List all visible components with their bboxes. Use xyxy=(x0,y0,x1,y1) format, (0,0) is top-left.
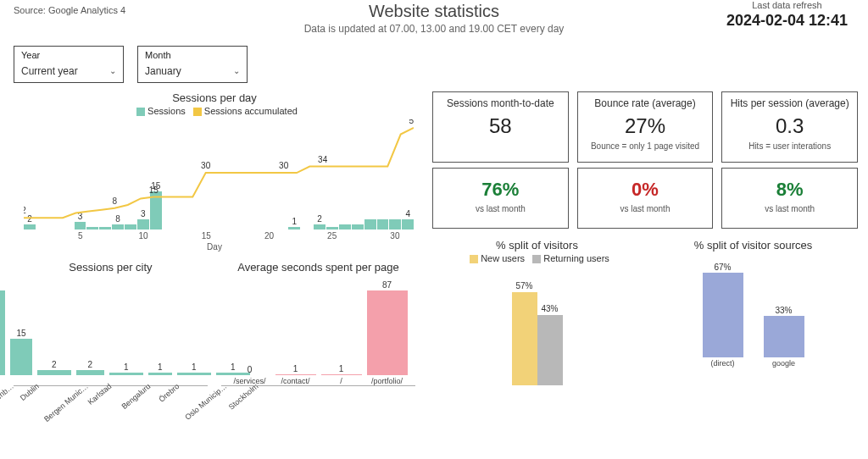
month-slicer[interactable]: Month January ⌄ xyxy=(137,46,248,83)
chart-title: Sessions per day xyxy=(7,91,422,104)
bar-value-label: 33% xyxy=(775,306,792,315)
x-tick xyxy=(401,231,414,241)
kpi-value: 0.3 xyxy=(726,114,854,138)
bar-rect xyxy=(76,370,104,375)
kpi-sub: Bounce = only 1 page visited xyxy=(581,141,709,151)
bar-group: 87/portfolio/ xyxy=(367,280,408,385)
chart-legend: New users Returning users xyxy=(432,253,642,263)
kpi-hits-per-session: Hits per session (average) 0.3 Hits = us… xyxy=(721,91,858,163)
bar-category-label: Gothenb… xyxy=(0,382,15,412)
legend-swatch-returning xyxy=(532,255,541,263)
x-tick xyxy=(301,231,314,241)
kpi-sub: vs last month xyxy=(581,204,709,213)
kpi-row-top: Sessions month-to-date 58 Bounce rate (a… xyxy=(432,91,858,163)
chart-avg-seconds: Average seconds spent per page 0/service… xyxy=(218,256,419,404)
bar-value-label: 15 xyxy=(16,329,25,338)
kpi-sessions-delta: 76% vs last month xyxy=(432,168,569,229)
legend-swatch-new xyxy=(470,255,478,263)
x-tick xyxy=(313,231,326,241)
x-axis-label: Day xyxy=(7,242,422,252)
x-tick xyxy=(149,231,162,241)
bar-category-label: Bengaluru xyxy=(120,382,153,411)
kpi-sub: Hits = user interations xyxy=(726,141,854,151)
bar-value-label: 1 xyxy=(293,364,298,373)
kpi-value: 0% xyxy=(581,179,709,201)
x-tick: 10 xyxy=(137,231,150,241)
legend-label: New users xyxy=(481,253,525,263)
bar-value-label: 1 xyxy=(339,364,344,373)
bar-value-label: 0 xyxy=(248,365,253,374)
bar-rect xyxy=(10,339,32,375)
year-slicer[interactable]: Year Current year ⌄ xyxy=(14,46,124,83)
kpi-sub: vs last month xyxy=(726,204,854,213)
chart-sessions-per-city: Sessions per city 35Gothenb…15Dublin2Ber… xyxy=(10,256,211,404)
bar-rect xyxy=(0,290,5,375)
x-tick xyxy=(213,231,225,241)
x-tick xyxy=(225,231,238,241)
legend-label: Returning users xyxy=(543,253,609,263)
kpi-value: 8% xyxy=(726,179,854,201)
x-tick xyxy=(376,231,389,241)
bar-group: 1/ xyxy=(321,364,362,385)
line-value-label: 30 xyxy=(201,161,211,170)
kpi-bounce-rate: Bounce rate (average) 27% Bounce = only … xyxy=(577,91,714,163)
bar-group: 2Karlstad xyxy=(76,360,104,385)
line-value-label: 2 xyxy=(24,206,26,215)
x-tick: 30 xyxy=(388,231,401,241)
month-slicer-label: Month xyxy=(145,50,240,60)
bar-group: 1Örebro xyxy=(148,362,172,385)
bar-value-label: 43% xyxy=(537,304,563,313)
bar-group: 1/contact/ xyxy=(275,364,316,385)
chart-title: % split of visitors xyxy=(432,239,642,252)
bar-rect xyxy=(37,370,71,375)
header: Source: Google Analytics 4 Website stati… xyxy=(0,0,868,42)
x-tick xyxy=(86,231,99,241)
x-tick xyxy=(351,231,364,241)
bar-group: 15Dublin xyxy=(10,329,32,385)
kpi-sub: vs last month xyxy=(437,204,565,213)
bar-group: 57% xyxy=(512,281,537,385)
refresh-label: Last data refresh xyxy=(726,0,848,10)
chart-sessions-per-day: Sessions per day Sessions Sessions accum… xyxy=(7,91,422,252)
chart-source-split: % split of visitor sources 67%(direct)33… xyxy=(648,234,858,386)
bar-group: 33%google xyxy=(764,306,804,368)
refresh-time: 2024-02-04 12:41 xyxy=(726,12,848,30)
kpi-title: Hits per session (average) xyxy=(726,97,854,109)
bar-value-label: 67% xyxy=(714,263,731,272)
bar-group: 67%(direct) xyxy=(703,263,743,368)
chart-legend: Sessions Sessions accumulated xyxy=(7,106,422,116)
x-tick: 20 xyxy=(263,231,275,241)
bar-rect xyxy=(764,316,804,357)
bar-group: 1Bengaluru xyxy=(109,362,143,385)
chart-visitor-split: % split of visitors New users Returning … xyxy=(432,234,642,386)
kpi-sessions-mtd: Sessions month-to-date 58 xyxy=(432,91,569,163)
bar-group: 1Oslo Municip… xyxy=(177,362,211,385)
legend-label: Sessions xyxy=(147,106,186,116)
bar-group: 2Bergen Munic… xyxy=(37,360,71,385)
x-tick xyxy=(237,231,250,241)
kpi-value: 76% xyxy=(437,179,565,201)
bar-rect xyxy=(537,315,563,385)
bar-rect xyxy=(512,292,537,385)
x-tick xyxy=(99,231,112,241)
kpi-row-bottom: 76% vs last month 0% vs last month 8% vs… xyxy=(432,168,858,229)
bar-category-label: Dublin xyxy=(19,382,41,402)
bar-group: 43% xyxy=(537,304,563,385)
bar-rect xyxy=(148,373,172,375)
bar-category-label: /services/ xyxy=(233,377,265,385)
month-slicer-value: January xyxy=(145,65,240,77)
x-tick xyxy=(338,231,351,241)
bar-category-label: /portfolio/ xyxy=(371,377,403,385)
kpi-title: Sessions month-to-date xyxy=(437,97,565,109)
kpi-value: 27% xyxy=(581,114,709,138)
filter-row: Year Current year ⌄ Month January ⌄ xyxy=(0,42,868,86)
bar-value-label: 57% xyxy=(512,281,537,290)
kpi-title: Bounce rate (average) xyxy=(581,97,709,109)
x-tick xyxy=(288,231,301,241)
year-slicer-label: Year xyxy=(21,50,116,60)
chart-title: % split of visitor sources xyxy=(648,239,858,252)
x-tick xyxy=(125,231,137,241)
year-slicer-value: Current year xyxy=(21,65,116,77)
bar-category-label: Bergen Munic… xyxy=(43,382,91,423)
chart-title: Sessions per city xyxy=(10,261,211,274)
